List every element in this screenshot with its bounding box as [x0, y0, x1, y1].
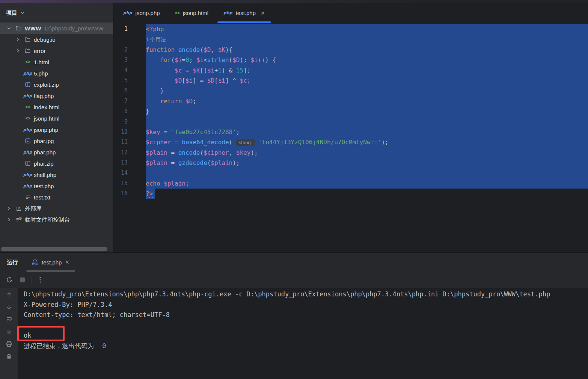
tree-item-label: flag.php: [34, 93, 54, 99]
code-line-12[interactable]: 12$plain = encode($cipher, $key);: [113, 148, 588, 158]
line-number[interactable]: [113, 34, 146, 44]
console-line: X-Powered-By: PHP/7.3.4: [24, 300, 588, 310]
run-tool-window-title[interactable]: 运行: [7, 259, 18, 266]
tree-item-label: WWW: [25, 25, 41, 32]
code-line-14[interactable]: 14: [113, 168, 588, 178]
html-icon: <>: [25, 59, 30, 65]
code-line-4[interactable]: 4 $c = $K[($i+1) & 15];: [113, 65, 588, 75]
editor-tab-test-php[interactable]: phptest.php: [217, 3, 272, 23]
chevron-right-icon[interactable]: [16, 37, 20, 42]
tree-item-exploit-zip[interactable]: exploit.zip: [0, 79, 113, 90]
tree-item-phar-zip[interactable]: phar.zip: [0, 158, 113, 169]
tree-item-1-html[interactable]: <>1.html: [0, 56, 113, 68]
usages-inlay-hint[interactable]: 1 个用法: [146, 36, 166, 42]
clear-button[interactable]: [6, 353, 12, 360]
line-number[interactable]: 5: [113, 75, 146, 86]
line-number[interactable]: 6: [113, 86, 146, 96]
tree-item-debug-io[interactable]: debug.io: [0, 34, 113, 45]
zip-icon: [25, 82, 31, 88]
code-text: return $D;: [146, 96, 588, 106]
ide-window: 项目 WWWD:\phpstudy_pro\WWWdebug.ioerror<>…: [0, 0, 588, 379]
soft-wrap-button[interactable]: [6, 316, 12, 323]
code-line-7[interactable]: 7 return $D;: [113, 96, 588, 106]
chevron-right-icon[interactable]: [7, 206, 11, 211]
tree-item-jsonp-php[interactable]: phpjsonp.php: [0, 124, 113, 135]
editor-tab-jsonp-html[interactable]: <>jsonp.html: [168, 3, 215, 23]
more-button[interactable]: [38, 276, 43, 284]
tree-item-5-php[interactable]: php5.php: [0, 68, 113, 79]
tree-item-phar-php[interactable]: phpphar.php: [0, 146, 113, 158]
chevron-right-icon[interactable]: [16, 48, 20, 53]
line-number[interactable]: 1: [113, 24, 146, 34]
tree-item-www[interactable]: WWWD:\phpstudy_pro\WWW: [0, 23, 113, 34]
toolbar-separator: [32, 276, 32, 284]
editor-tab-jsonp-php[interactable]: phpjsonp.php: [116, 3, 167, 23]
code-line-2[interactable]: 2function encode($D, $K){: [113, 45, 588, 55]
stop-button[interactable]: [19, 276, 26, 283]
tree-item-flag-php[interactable]: phpflag.php: [0, 90, 113, 101]
line-number[interactable]: 8: [113, 106, 146, 116]
tree-item-shell-php[interactable]: phpshell.php: [0, 169, 113, 180]
inlay-hint-row[interactable]: 1 个用法: [113, 34, 588, 44]
scroll-to-end-button[interactable]: [6, 328, 12, 335]
scratch-icon: [15, 217, 22, 223]
close-run-tab-button[interactable]: [65, 260, 69, 264]
code-line-11[interactable]: 11$cipher = base64_decode( string: 'fu44…: [113, 137, 588, 147]
folder-icon: [15, 25, 22, 31]
code-text: function encode($D, $K){: [146, 45, 588, 55]
run-tab-test-php[interactable]: phptest.php: [26, 253, 75, 272]
line-number[interactable]: 12: [113, 148, 146, 158]
code-line-10[interactable]: 10$key = 'fae0b27c451c7288';: [113, 127, 588, 137]
line-number[interactable]: 3: [113, 55, 146, 65]
code-line-15[interactable]: 15echo $plain;: [113, 178, 588, 189]
line-number[interactable]: 13: [113, 158, 146, 168]
tree-item-phar-jpg[interactable]: phar.jpg: [0, 135, 113, 146]
tree-item-test-php[interactable]: phptest.php: [0, 180, 113, 192]
line-number[interactable]: 4: [113, 65, 146, 75]
code-text: [146, 168, 588, 178]
arrow-down-button[interactable]: [6, 303, 12, 311]
line-number[interactable]: 15: [113, 178, 146, 189]
line-number[interactable]: 16: [113, 189, 146, 199]
code-text: }: [146, 106, 588, 116]
close-tab-button[interactable]: [261, 11, 265, 15]
code-line-3[interactable]: 3 for($i=0; $i<strlen($D); $i++) {: [113, 55, 588, 65]
code-editor[interactable]: 1<?php1 个用法2function encode($D, $K){3 fo…: [113, 23, 588, 252]
line-number[interactable]: 14: [113, 168, 146, 178]
code-line-16[interactable]: 16?>: [113, 189, 588, 199]
tree-item-label: 临时文件和控制台: [25, 216, 70, 223]
chevron-down-icon: [20, 11, 25, 15]
rerun-button[interactable]: [5, 276, 14, 284]
tree-item-error[interactable]: error: [0, 45, 113, 56]
line-number[interactable]: 10: [113, 127, 146, 137]
chevron-right-icon[interactable]: [7, 217, 11, 222]
code-line-5[interactable]: 5 $D[$i] = $D[$i] ^ $c;: [113, 75, 588, 86]
run-tool-window: 运行 phptest.php D:\phpstudy_pro\Extension…: [0, 252, 588, 379]
code-line-13[interactable]: 13$plain = gzdecode($plain);: [113, 158, 588, 168]
code-line-6[interactable]: 6 }: [113, 86, 588, 96]
tree-item--[interactable]: 临时文件和控制台: [0, 214, 113, 225]
code-line-9[interactable]: 9: [113, 117, 588, 127]
arrow-up-button[interactable]: [6, 291, 12, 298]
tree-item-index-html[interactable]: <>index.html: [0, 101, 113, 113]
line-number[interactable]: 2: [113, 45, 146, 55]
code-line-8[interactable]: 8}: [113, 106, 588, 116]
more-icon: [38, 276, 43, 284]
chevron-down-icon[interactable]: [7, 26, 11, 30]
tree-item--[interactable]: 外部库: [0, 203, 113, 214]
horizontal-scrollbar[interactable]: [1, 247, 107, 251]
chevron-down-icon[interactable]: [20, 11, 25, 15]
tree-item-jsonp-html[interactable]: <>jsonp.html: [0, 113, 113, 124]
tab-label: test.php: [236, 10, 256, 16]
tab-label: jsonp.php: [136, 10, 160, 16]
code-line-1[interactable]: 1<?php: [113, 24, 588, 34]
project-tool-window-header[interactable]: 项目: [0, 3, 113, 23]
code-text: $c = $K[($i+1) & 15];: [146, 65, 588, 75]
tree-item-test-txt[interactable]: test.txt: [0, 192, 113, 203]
line-number[interactable]: 7: [113, 96, 146, 106]
selection-chunk: ?>: [146, 189, 155, 199]
console-gutter: [0, 288, 18, 379]
line-number[interactable]: 11: [113, 137, 146, 147]
print-button[interactable]: [6, 340, 12, 348]
line-number[interactable]: 9: [113, 117, 146, 127]
